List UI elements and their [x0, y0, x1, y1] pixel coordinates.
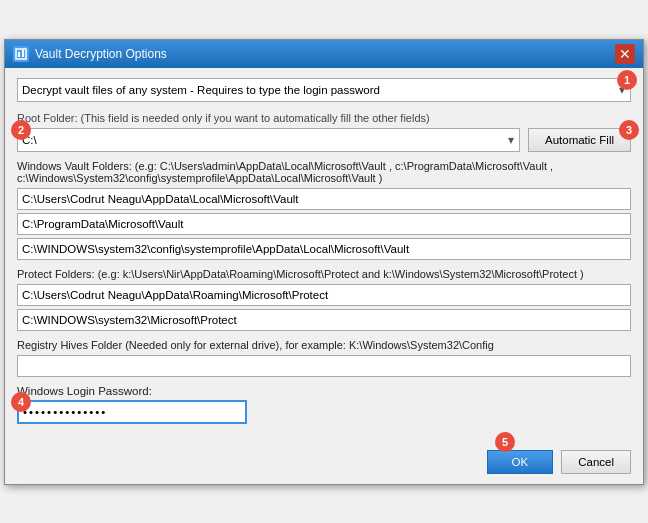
root-folder-select-wrapper: C:\ 2: [17, 128, 520, 152]
badge-2: 2: [11, 120, 31, 140]
root-folder-select[interactable]: C:\: [17, 128, 520, 152]
vault-folder-2[interactable]: [17, 213, 631, 235]
cancel-button[interactable]: Cancel: [561, 450, 631, 474]
ok-button[interactable]: OK: [487, 450, 554, 474]
svg-rect-2: [22, 50, 24, 57]
root-folder-section: Root Folder: (This field is needed only …: [17, 112, 631, 152]
registry-hives-input[interactable]: [17, 355, 631, 377]
password-section: Windows Login Password: 4: [17, 385, 631, 424]
registry-hives-section: Registry Hives Folder (Needed only for e…: [17, 339, 631, 377]
dialog-footer: 5 OK Cancel: [5, 442, 643, 484]
window-icon: [13, 46, 29, 62]
title-bar: Vault Decryption Options ✕: [5, 40, 643, 68]
window-title: Vault Decryption Options: [35, 47, 615, 61]
decrypt-options-row: Decrypt vault files of any system - Requ…: [17, 78, 631, 102]
svg-rect-0: [16, 49, 26, 59]
autofill-button[interactable]: Automatic Fill: [528, 128, 631, 152]
password-label: Windows Login Password:: [17, 385, 152, 397]
close-button[interactable]: ✕: [615, 44, 635, 64]
main-window: Vault Decryption Options ✕ Decrypt vault…: [4, 39, 644, 485]
root-folder-label: Root Folder: (This field is needed only …: [17, 112, 631, 124]
protect-folders-label: Protect Folders: (e.g: k:\Users\Nir\AppD…: [17, 268, 631, 280]
protect-folder-2[interactable]: [17, 309, 631, 331]
root-folder-row: C:\ 2 Automatic Fill 3: [17, 128, 631, 152]
password-input[interactable]: [17, 400, 247, 424]
dialog-content: Decrypt vault files of any system - Requ…: [5, 68, 643, 442]
vault-folder-3[interactable]: [17, 238, 631, 260]
vault-folders-section: Windows Vault Folders: (e.g: C:\Users\ad…: [17, 160, 631, 260]
badge-4: 4: [11, 392, 31, 412]
badge-5: 5: [495, 432, 515, 452]
vault-folder-1[interactable]: [17, 188, 631, 210]
password-label-row: Windows Login Password:: [17, 385, 631, 397]
svg-rect-1: [18, 52, 20, 57]
decrypt-options-wrapper: Decrypt vault files of any system - Requ…: [17, 78, 631, 102]
badge-1: 1: [617, 70, 637, 90]
registry-hives-label: Registry Hives Folder (Needed only for e…: [17, 339, 631, 351]
badge-3: 3: [619, 120, 639, 140]
autofill-wrapper: Automatic Fill 3: [528, 128, 631, 152]
protect-folders-section: Protect Folders: (e.g: k:\Users\Nir\AppD…: [17, 268, 631, 331]
vault-folders-label: Windows Vault Folders: (e.g: C:\Users\ad…: [17, 160, 631, 184]
password-input-wrapper: 4: [17, 400, 247, 424]
protect-folder-1[interactable]: [17, 284, 631, 306]
decrypt-options-select[interactable]: Decrypt vault files of any system - Requ…: [17, 78, 631, 102]
